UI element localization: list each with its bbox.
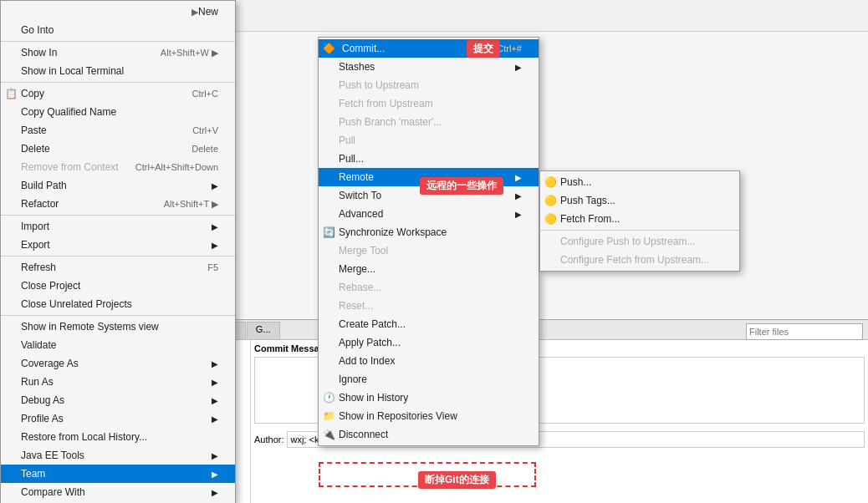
menu-item-rebase[interactable]: Rebase... [319,278,539,297]
remote-sep1 [540,230,739,231]
menu-item-disconnect[interactable]: 🔌 Disconnect [319,425,539,444]
menu-item-mergetool[interactable]: Merge Tool [319,241,539,260]
menu-item-import[interactable]: Import▶ [1,217,235,236]
coverageas-arrow: ▶ [203,359,218,368]
history-icon: 🕐 [322,391,335,404]
menu-item-pushtoupstream[interactable]: Push to Upstream [319,76,539,94]
menu-item-new[interactable]: ▶New [1,3,235,21]
advanced-arrow: ▶ [507,210,522,219]
paste-shortcut: Ctrl+V [176,125,218,135]
tab-g[interactable]: G... [247,322,280,339]
fetchfrom-icon: 🟡 [544,212,557,226]
buildpath-arrow: ▶ [203,181,218,191]
menu-item-refactor[interactable]: RefactorAlt+Shift+T ▶ [1,195,235,213]
annotation-disconnect: 断掉Git的连接 [418,471,496,489]
comparewith-arrow: ▶ [203,488,218,497]
menu-item-showin[interactable]: Show InAlt+Shift+W ▶ [1,43,235,62]
showin-shortcut: Alt+Shift+W ▶ [144,48,218,58]
sync-icon: 🔄 [322,226,335,239]
runas-arrow: ▶ [203,378,218,387]
export-arrow: ▶ [203,241,218,250]
menu-item-debugas[interactable]: Debug As▶ [1,391,235,409]
new-arrow: ▶ [175,7,198,18]
menu-item-createpatch[interactable]: Create Patch... [319,315,539,333]
copy-icon: 📋 [4,87,18,100]
debugas-arrow: ▶ [203,396,218,405]
profileas-arrow: ▶ [203,414,218,424]
menu-item-showinhistory[interactable]: 🕐 Show in History [319,389,539,407]
menu-item-ignore[interactable]: Ignore [319,370,539,389]
menu-item-restore[interactable]: Restore from Local History... [1,428,235,446]
menu-item-coverageas[interactable]: Coverage As▶ [1,354,235,373]
menu-item-configurepush[interactable]: Configure Push to Upstream... [540,232,739,251]
menu-item-copy[interactable]: 📋 CopyCtrl+C [1,84,235,103]
menu-item-showremote[interactable]: Show in Remote Systems view [1,318,235,336]
menu-item-comparewith[interactable]: Compare With▶ [1,483,235,501]
menu-item-profileas[interactable]: Profile As▶ [1,409,235,428]
menu-item-copyqual[interactable]: Copy Qualified Name [1,103,235,121]
menu-item-closeproject[interactable]: Close Project [1,277,235,295]
menu-item-closeunrelated[interactable]: Close Unrelated Projects [1,295,235,313]
mid-context-menu: 🔶 Commit...Ctrl+# Stashes▶ Push to Upstr… [318,37,539,446]
menu-item-gointo[interactable]: Go Into [1,21,235,39]
menu-item-runas[interactable]: Run As▶ [1,373,235,391]
menu-item-pushtags[interactable]: 🟡 Push Tags... [540,191,739,210]
left-context-menu: ▶New Go Into Show InAlt+Shift+W ▶ Show i… [0,0,236,503]
team-arrow: ▶ [203,470,218,479]
commit-icon: 🔶 [322,42,335,55]
author-label: Author: [254,434,283,445]
refresh-shortcut: F5 [191,262,218,272]
menu-item-advanced[interactable]: Advanced▶ [319,205,539,223]
sep4 [1,256,235,257]
switchto-arrow: ▶ [507,191,522,201]
menu-item-push[interactable]: 🟡 Push... [540,173,739,191]
menu-item-showlocal[interactable]: Show in Local Terminal [1,62,235,80]
menu-item-syncworkspace[interactable]: 🔄 Synchronize Workspace [319,223,539,241]
menu-item-reset[interactable]: Reset... [319,297,539,315]
sep1 [1,41,235,42]
menu-item-buildpath[interactable]: Build Path▶ [1,176,235,195]
menu-item-refresh[interactable]: RefreshF5 [1,258,235,277]
menu-item-configurefetch[interactable]: Configure Fetch from Upstream... [540,251,739,269]
menu-item-merge[interactable]: Merge... [319,260,539,278]
menu-item-commit[interactable]: 🔶 Commit...Ctrl+# [319,39,539,58]
menu-item-showinrepo[interactable]: 📁 Show in Repositories View [319,407,539,425]
disconnect-icon: 🔌 [322,428,335,441]
menu-item-export[interactable]: Export▶ [1,236,235,254]
push-icon: 🟡 [544,175,557,189]
right-context-menu: 🟡 Push... 🟡 Push Tags... 🟡 Fetch From...… [539,170,740,272]
menu-item-pulldots[interactable]: Pull... [319,150,539,168]
menu-item-addtoindex[interactable]: Add to Index [319,352,539,370]
menu-item-pull[interactable]: Pull [319,131,539,150]
sep5 [1,315,235,316]
copy-shortcut: Ctrl+C [176,89,218,99]
pushtags-icon: 🟡 [544,194,557,207]
menu-item-removectx[interactable]: Remove from ContextCtrl+Alt+Shift+Down [1,158,235,176]
stashes-arrow: ▶ [507,63,522,72]
menu-item-pushbranch[interactable]: Push Branch 'master'... [319,113,539,131]
annotation-commit: 提交 [467,40,500,58]
annotation-remote: 远程的一些操作 [420,177,503,195]
menu-item-validate[interactable]: Validate [1,336,235,354]
menu-item-javaeetools[interactable]: Java EE Tools▶ [1,446,235,465]
import-arrow: ▶ [203,222,218,231]
javaeetools-arrow: ▶ [203,451,218,460]
menu-item-fetchfrom[interactable]: 🟡 Fetch From... [540,210,739,228]
sep3 [1,215,235,216]
menu-item-stashes[interactable]: Stashes▶ [319,58,539,76]
menu-item-paste[interactable]: PasteCtrl+V [1,121,235,140]
remote-arrow: ▶ [507,173,522,182]
menu-item-team[interactable]: Team▶ [1,465,235,483]
menu-item-applypatch[interactable]: Apply Patch... [319,333,539,352]
delete-shortcut: Delete [175,144,218,154]
repo-icon: 📁 [322,409,335,423]
menu-item-delete[interactable]: DeleteDelete [1,140,235,158]
sep2 [1,82,235,83]
ide-background: ◀ ▶ ⬆ ⬇ 🔍 ⚙ 📄 💾 Snipp... Cons... Search … [0,0,868,503]
refactor-shortcut: Alt+Shift+T ▶ [147,199,218,210]
menu-item-fetchfromupstream[interactable]: Fetch from Upstream [319,94,539,113]
removectx-shortcut: Ctrl+Alt+Shift+Down [119,162,218,172]
filter-files-input[interactable] [746,323,863,340]
